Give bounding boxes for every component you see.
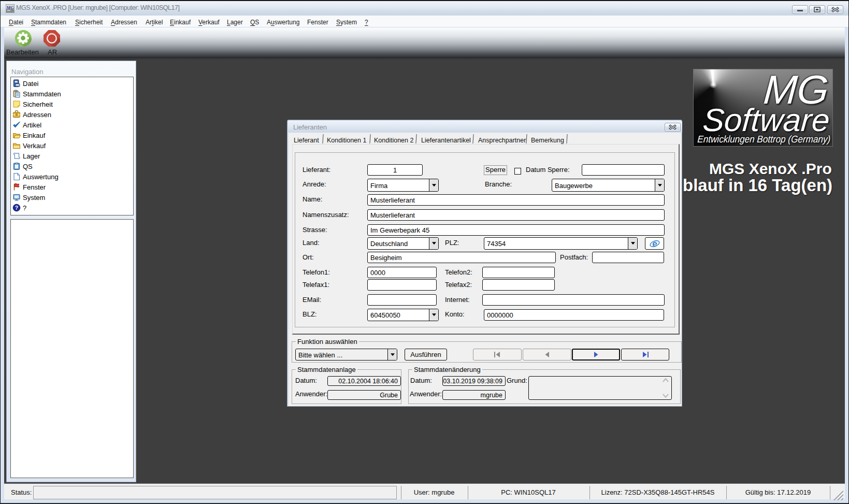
svg-text:?: ?: [15, 205, 18, 211]
svg-text:MG: MG: [6, 5, 14, 10]
